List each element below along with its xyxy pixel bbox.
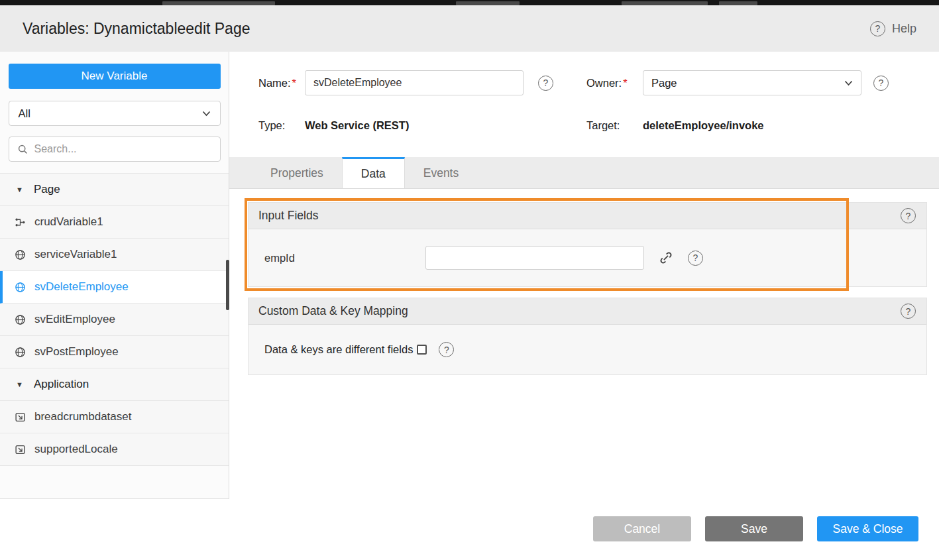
input-fields-title: Input Fields — [258, 209, 318, 223]
name-help-icon[interactable] — [538, 76, 553, 91]
variable-label: crudVariable1 — [34, 215, 103, 229]
owner-select[interactable]: Page — [643, 70, 861, 95]
search-icon — [17, 144, 28, 155]
service-variable-icon — [15, 314, 26, 325]
required-asterisk: * — [623, 77, 627, 89]
group-label: Page — [34, 183, 60, 196]
different-fields-help-icon[interactable] — [439, 342, 454, 357]
help-label: Help — [892, 22, 916, 36]
new-variable-button[interactable]: New Variable — [9, 64, 221, 89]
type-value: Web Service (REST) — [305, 119, 409, 132]
cancel-button[interactable]: Cancel — [593, 516, 691, 541]
variable-list: Page crudVariable1 serviceVariable1 — [0, 173, 229, 466]
variable-filter-value: All — [19, 107, 30, 120]
custom-mapping-title: Custom Data & Key Mapping — [258, 304, 408, 318]
sidebar-item-svpostemployee[interactable]: svPostEmployee — [0, 336, 229, 368]
empid-input[interactable] — [425, 246, 644, 270]
sidebar-item-svdeleteemployee[interactable]: svDeleteEmployee — [0, 271, 229, 304]
clipped-text-fragment — [622, 1, 708, 5]
page-title: Variables: Dynamictableedit Page — [23, 20, 250, 38]
input-fields-section-wrapper: Input Fields empId — [248, 202, 927, 287]
required-asterisk: * — [292, 77, 296, 89]
target-value: deleteEmployee/invoke — [643, 119, 764, 132]
clipped-text-fragment — [162, 1, 275, 5]
sidebar-item-supportedlocale[interactable]: supportedLocale — [0, 433, 229, 466]
variable-filter-select[interactable]: All — [9, 101, 221, 126]
dialog-header: Variables: Dynamictableedit Page Help — [0, 5, 939, 52]
input-fields-help-icon[interactable] — [901, 208, 916, 223]
group-label: Application — [34, 378, 89, 391]
name-label: Name:* — [258, 77, 305, 89]
search-input[interactable] — [34, 143, 212, 155]
dataset-variable-icon — [15, 444, 26, 455]
tab-properties[interactable]: Properties — [252, 157, 342, 188]
custom-mapping-help-icon[interactable] — [901, 304, 916, 319]
save-and-close-button[interactable]: Save & Close — [817, 516, 918, 541]
clipped-text-fragment — [719, 1, 757, 5]
empid-help-icon[interactable] — [688, 251, 703, 266]
variables-sidebar: New Variable All Page — [0, 52, 229, 499]
collapse-triangle-icon[interactable] — [16, 186, 25, 194]
different-fields-label: Data & keys are different fields — [264, 343, 413, 356]
tab-events[interactable]: Events — [405, 157, 478, 188]
variable-label: breadcrumbdataset — [34, 410, 131, 423]
variable-label: serviceVariable1 — [34, 248, 117, 261]
variable-name-input[interactable] — [305, 70, 524, 95]
help-icon[interactable] — [870, 21, 885, 36]
variable-label: supportedLocale — [34, 443, 118, 456]
variables-dialog: Variables: Dynamictableedit Page Help Ne… — [0, 0, 939, 560]
help-button[interactable]: Help — [870, 21, 916, 36]
variable-label: svDeleteEmployee — [34, 280, 129, 294]
sidebar-item-breadcrumbdataset[interactable]: breadcrumbdataset — [0, 401, 229, 433]
clipped-text-fragment — [456, 1, 520, 5]
owner-help-icon[interactable] — [873, 76, 889, 91]
sidebar-item-crudvariable1[interactable]: crudVariable1 — [0, 206, 229, 239]
custom-mapping-section: Custom Data & Key Mapping Data & keys ar… — [248, 298, 927, 375]
different-fields-checkbox[interactable] — [417, 345, 427, 355]
dialog-footer: Cancel Save Save & Close — [593, 516, 918, 541]
service-variable-icon — [15, 282, 26, 293]
target-label: Target: — [586, 119, 643, 132]
clipped-background-strip — [0, 0, 939, 5]
save-button[interactable]: Save — [705, 516, 803, 541]
service-variable-icon — [15, 249, 26, 260]
variable-detail-panel: Name:* Owner:* Page — [229, 52, 939, 560]
detail-tabbar: Properties Data Events — [229, 157, 939, 189]
variable-label: svPostEmployee — [34, 345, 119, 359]
bind-link-icon[interactable] — [659, 251, 673, 265]
sidebar-group-page[interactable]: Page — [0, 174, 229, 206]
chevron-down-icon — [202, 111, 211, 117]
sidebar-item-sveditemployee[interactable]: svEditEmployee — [0, 304, 229, 336]
type-label: Type: — [258, 119, 305, 132]
sidebar-group-application[interactable]: Application — [0, 368, 229, 401]
chevron-down-icon — [844, 80, 853, 86]
empid-label: empId — [264, 252, 425, 264]
dataset-variable-icon — [15, 412, 26, 423]
input-fields-section: Input Fields empId — [248, 202, 927, 287]
variable-search — [9, 137, 221, 162]
owner-select-value: Page — [651, 77, 677, 89]
owner-label: Owner:* — [586, 77, 643, 89]
variable-label: svEditEmployee — [34, 313, 115, 326]
tab-data[interactable]: Data — [342, 157, 405, 188]
crud-variable-icon — [15, 217, 26, 228]
collapse-triangle-icon[interactable] — [16, 380, 25, 388]
sidebar-item-servicevariable1[interactable]: serviceVariable1 — [0, 239, 229, 271]
service-variable-icon — [15, 347, 26, 358]
